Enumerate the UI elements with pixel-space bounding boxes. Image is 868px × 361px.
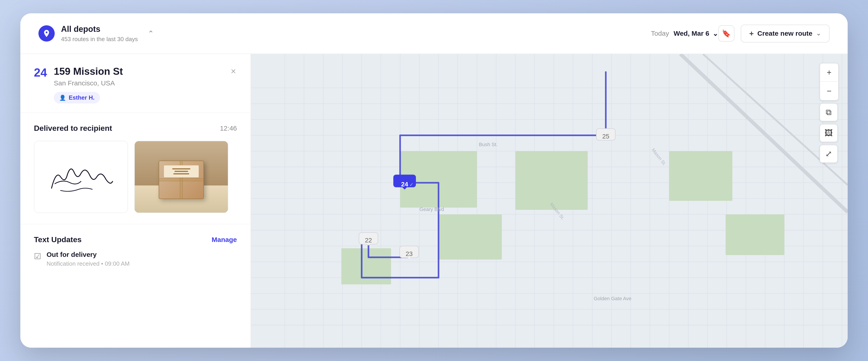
svg-text:Geary Blvd: Geary Blvd: [420, 206, 444, 212]
notification-title: Out for delivery: [46, 251, 130, 258]
svg-text:Bush St.: Bush St.: [479, 142, 498, 147]
svg-rect-49: [515, 151, 588, 210]
today-label: Today: [651, 30, 669, 37]
text-updates-header: Text Updates Manage: [34, 235, 237, 244]
delivery-title: Delivered to recipient: [34, 124, 112, 133]
bookmark-icon: 🔖: [722, 29, 731, 38]
delivery-time: 12:46: [220, 125, 237, 132]
app-window: All depots 453 routes in the last 30 day…: [20, 13, 848, 348]
main-content: 24 159 Mission St San Francisco, USA 👤 E…: [20, 54, 848, 348]
create-route-label: Create new route: [757, 30, 812, 37]
depot-icon: [38, 25, 55, 41]
zoom-out-icon: −: [827, 86, 831, 96]
text-updates-title: Text Updates: [34, 235, 82, 244]
layers-button[interactable]: ⧉: [819, 103, 838, 121]
delivery-header: Delivered to recipient 12:46: [34, 124, 237, 133]
date-value: Wed, Mar 6: [674, 30, 709, 37]
header-left: All depots 453 routes in the last 30 day…: [38, 24, 651, 43]
header-right: 🔖 + Create new route ⌄: [718, 25, 830, 42]
delivery-section: Delivered to recipient 12:46: [20, 113, 250, 224]
svg-text:25: 25: [602, 133, 609, 140]
zoom-in-icon: +: [827, 68, 831, 77]
signature-canvas: [34, 141, 127, 212]
delivery-images: [34, 141, 237, 213]
svg-rect-50: [669, 151, 733, 201]
zoom-out-button[interactable]: −: [820, 82, 838, 100]
create-route-chevron-icon: ⌄: [816, 30, 821, 37]
signature-svg: [42, 147, 119, 206]
svg-text:Golden Gate Ave: Golden Gate Ave: [594, 296, 631, 301]
stop-address: 159 Mission St San Francisco, USA 👤 Esth…: [54, 66, 223, 103]
map-svg: Bush St. Geary Blvd Mason St. Mason St. …: [251, 54, 848, 348]
location-icon: [42, 29, 51, 38]
svg-rect-51: [725, 215, 784, 255]
svg-rect-48: [438, 215, 502, 260]
notification-icon: ☑: [34, 252, 41, 261]
expand-button[interactable]: ⤢: [819, 145, 838, 163]
map-controls: + − ⧉ 🖼 ⤢: [819, 63, 839, 163]
depot-name: All depots: [61, 24, 138, 34]
zoom-control-group: + −: [819, 63, 839, 101]
bookmark-button[interactable]: 🔖: [718, 25, 735, 41]
date-button[interactable]: Wed, Mar 6 ⌄: [674, 30, 718, 37]
package-image: [134, 141, 228, 213]
stop-person[interactable]: 👤 Esther H.: [54, 92, 100, 103]
left-panel: 24 159 Mission St San Francisco, USA 👤 E…: [20, 54, 251, 348]
zoom-in-button[interactable]: +: [820, 64, 838, 81]
svg-text:23: 23: [405, 250, 412, 257]
stop-city: San Francisco, USA: [54, 79, 223, 87]
stop-number: 24: [34, 66, 48, 79]
depot-chevron-icon[interactable]: ⌃: [148, 29, 154, 38]
package-photo: [135, 141, 228, 212]
image-toggle-button[interactable]: 🖼: [819, 124, 838, 142]
svg-text:24: 24: [401, 181, 408, 188]
text-updates-section: Text Updates Manage ☑ Out for delivery N…: [20, 224, 250, 278]
close-button[interactable]: ×: [230, 66, 237, 76]
depot-sub: 453 routes in the last 30 days: [61, 36, 138, 43]
depot-info: All depots 453 routes in the last 30 day…: [61, 24, 138, 43]
svg-text:✓: ✓: [409, 182, 413, 188]
plus-icon: +: [749, 29, 754, 38]
map-area[interactable]: Bush St. Geary Blvd Mason St. Mason St. …: [251, 54, 848, 348]
notification-sub: Notification received • 09:00 AM: [46, 260, 130, 267]
layers-icon: ⧉: [826, 107, 832, 117]
notification-content: Out for delivery Notification received •…: [46, 251, 130, 267]
person-icon: 👤: [59, 95, 66, 101]
svg-rect-52: [341, 248, 391, 285]
signature-image: [34, 141, 128, 213]
header-center: Today Wed, Mar 6 ⌄: [651, 30, 718, 37]
image-icon: 🖼: [825, 128, 833, 138]
manage-link[interactable]: Manage: [212, 236, 237, 243]
header: All depots 453 routes in the last 30 day…: [20, 13, 848, 54]
stop-street: 159 Mission St: [54, 66, 223, 77]
expand-icon: ⤢: [825, 149, 832, 159]
date-chevron-icon: ⌄: [712, 30, 718, 37]
stop-header: 24 159 Mission St San Francisco, USA 👤 E…: [20, 54, 250, 113]
person-name: Esther H.: [69, 94, 94, 101]
notification-item: ☑ Out for delivery Notification received…: [34, 251, 237, 267]
create-route-button[interactable]: + Create new route ⌄: [741, 25, 830, 42]
svg-text:22: 22: [365, 237, 372, 244]
